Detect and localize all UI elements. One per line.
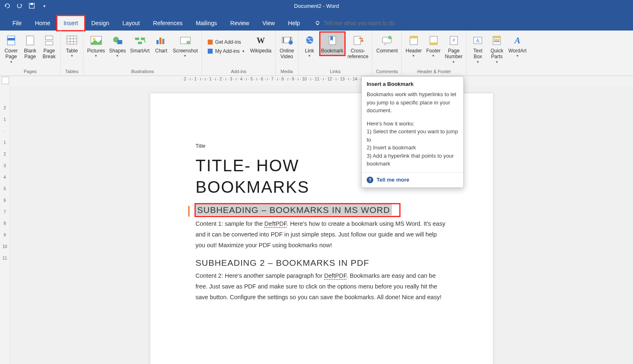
- tooltip-body: Bookmarks work with hyperlinks to let yo…: [362, 89, 463, 172]
- svg-text:A: A: [476, 38, 479, 44]
- undo-button[interactable]: [3, 2, 11, 9]
- pictures-button[interactable]: Pictures: [86, 32, 106, 59]
- svg-rect-21: [138, 42, 142, 44]
- tab-layout[interactable]: Layout: [116, 16, 147, 31]
- svg-rect-4: [317, 24, 319, 25]
- wordart-button[interactable]: AWordArt: [507, 32, 528, 59]
- redo-button[interactable]: [16, 2, 23, 9]
- cover-page-button[interactable]: CoverPage: [2, 32, 20, 66]
- page-break-button[interactable]: PageBreak: [40, 32, 58, 61]
- tab-insert[interactable]: Insert: [57, 16, 85, 31]
- wikipedia-button[interactable]: WWikipedia: [249, 32, 273, 55]
- subheading2: SUBHEADING 2 – BOOKMARKS IN PDF: [196, 258, 448, 268]
- svg-rect-19: [135, 38, 139, 40]
- text-box-button[interactable]: ATextBox: [469, 32, 486, 66]
- subheading1: SUBHEADING – BOOKMARKS IN MS WORD: [196, 204, 392, 215]
- document-area: 21·1234567891011 Title TITLE- HOWTE BOOK…: [0, 86, 633, 364]
- svg-rect-18: [117, 40, 122, 44]
- save-button[interactable]: [28, 2, 36, 9]
- window-title: Document2 - Word: [294, 3, 339, 9]
- spellcheck-squiggle: DeftPDF: [324, 272, 346, 280]
- svg-text:+: +: [187, 41, 189, 44]
- tab-mailings[interactable]: Mailings: [189, 16, 223, 31]
- group-links: Link Bookmark Cross-reference Links: [299, 31, 373, 76]
- svg-rect-51: [494, 40, 500, 40]
- link-button[interactable]: Link: [301, 32, 318, 59]
- group-label-illustrations: Illustrations: [86, 68, 199, 76]
- ribbon-tabs: File Home Insert Design Layout Reference…: [0, 12, 633, 31]
- svg-rect-44: [430, 43, 437, 45]
- tab-home[interactable]: Home: [28, 16, 57, 31]
- chart-button[interactable]: Chart: [152, 32, 170, 55]
- tell-me-input[interactable]: [324, 20, 415, 26]
- tab-file[interactable]: File: [6, 16, 28, 31]
- tab-help[interactable]: Help: [282, 16, 307, 31]
- online-video-button[interactable]: OnlineVideo: [278, 32, 296, 61]
- spellcheck-squiggle: DeftPDF: [264, 220, 287, 228]
- svg-rect-8: [45, 36, 53, 40]
- title-bar: ▾ Document2 - Word: [0, 0, 633, 12]
- group-label-comments: Comments: [375, 68, 399, 76]
- qat-customize[interactable]: ▾: [40, 2, 48, 9]
- tab-design[interactable]: Design: [85, 16, 116, 31]
- tell-me-more-link[interactable]: Tell me more: [377, 177, 409, 183]
- tab-view[interactable]: View: [256, 16, 281, 31]
- smartart-button[interactable]: SmartArt: [129, 32, 151, 55]
- svg-rect-37: [354, 36, 360, 45]
- tab-review[interactable]: Review: [224, 16, 256, 31]
- screenshot-button[interactable]: +Screenshot: [171, 32, 199, 59]
- table-button[interactable]: Table: [63, 32, 81, 59]
- svg-rect-42: [410, 36, 417, 38]
- group-label-pages: Pages: [2, 68, 58, 76]
- group-label-media: Media: [278, 68, 296, 76]
- group-label-tables: Tables: [63, 68, 81, 76]
- svg-rect-33: [290, 37, 291, 40]
- cross-reference-button[interactable]: Cross-reference: [346, 32, 370, 61]
- svg-rect-32: [283, 37, 284, 43]
- lightbulb-icon: [315, 20, 320, 26]
- svg-rect-20: [141, 38, 145, 40]
- quick-parts-button[interactable]: QuickParts: [488, 32, 505, 66]
- my-addins-button[interactable]: My Add-ins▾: [204, 47, 247, 55]
- tab-references[interactable]: References: [147, 16, 190, 31]
- help-icon: ?: [367, 177, 373, 183]
- group-headerfooter: Header Footer #PageNumber Header & Foote…: [402, 31, 467, 76]
- tell-me-search[interactable]: [315, 20, 415, 31]
- svg-rect-50: [493, 36, 500, 38]
- footer-button[interactable]: Footer: [425, 32, 442, 59]
- svg-rect-23: [159, 38, 161, 44]
- group-label-text: [469, 73, 528, 76]
- group-addins: Get Add-ins My Add-ins▾ WWikipedia Add-i…: [202, 31, 275, 76]
- ruler-area: · 2 · ı · 1 · ı · ı · 1 · ı · 2 · ı · 3 …: [0, 76, 633, 86]
- svg-rect-9: [45, 41, 53, 45]
- vertical-ruler[interactable]: 21·1234567891011: [0, 86, 10, 364]
- comment-button[interactable]: +Comment: [375, 32, 399, 55]
- tab-selector[interactable]: [2, 77, 9, 84]
- svg-rect-6: [7, 38, 15, 40]
- page-number-button[interactable]: #PageNumber: [444, 32, 464, 66]
- header-button[interactable]: Header: [404, 32, 423, 59]
- group-label-links: Links: [301, 68, 370, 76]
- tooltip-title: Insert a Bookmark: [362, 77, 463, 89]
- ribbon: CoverPage BlankPage PageBreak Pages Tabl…: [0, 31, 633, 76]
- svg-rect-24: [162, 39, 164, 44]
- tooltip-footer: ? Tell me more: [362, 172, 463, 187]
- svg-rect-52: [494, 41, 500, 42]
- group-media: OnlineVideo Media: [276, 31, 299, 76]
- page-scroll[interactable]: Title TITLE- HOWTE BOOKMARKS SUBHEADING …: [10, 86, 633, 364]
- svg-rect-2: [31, 3, 33, 5]
- bookmark-tooltip: Insert a Bookmark Bookmarks work with hy…: [361, 76, 464, 188]
- text-cursor-icon: [188, 206, 190, 217]
- svg-rect-28: [208, 40, 213, 45]
- shapes-button[interactable]: Shapes: [108, 32, 127, 59]
- svg-text:#: #: [453, 38, 455, 43]
- subheading1-selection: SUBHEADING – BOOKMARKS IN MS WORD: [196, 204, 399, 216]
- bookmark-button[interactable]: Bookmark: [320, 32, 345, 55]
- group-label-headerfooter: Header & Footer: [404, 68, 464, 76]
- svg-rect-29: [208, 49, 213, 54]
- svg-point-31: [289, 40, 293, 45]
- content2: Content 2: Here's another sample paragra…: [196, 270, 448, 303]
- blank-page-button[interactable]: BlankPage: [21, 32, 39, 61]
- group-comments: +Comment Comments: [372, 31, 402, 76]
- get-addins-button[interactable]: Get Add-ins: [204, 38, 247, 46]
